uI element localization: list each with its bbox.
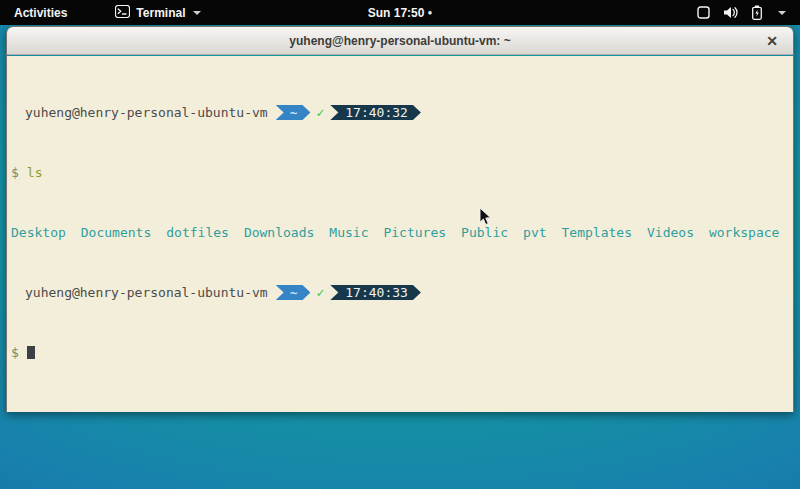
app-menu-label: Terminal <box>136 6 185 20</box>
directory-name: Videos <box>647 225 694 240</box>
directory-name: Public <box>461 225 508 240</box>
terminal-content[interactable]: yuheng@henry-personal-ubuntu-vm ~ ✓ 17:4… <box>7 56 793 412</box>
current-input-line[interactable]: $ <box>9 345 791 360</box>
system-tray[interactable] <box>691 0 792 25</box>
top-bar: Activities Terminal Sun 17:50 ● <box>0 0 800 25</box>
prompt-timestamp: 17:40:32 <box>330 105 421 120</box>
battery-charging-icon <box>751 5 763 20</box>
prompt-userhost: yuheng@henry-personal-ubuntu-vm <box>25 285 268 300</box>
prompt-symbol: $ <box>11 345 19 360</box>
command-line: $ ls <box>9 165 791 180</box>
screen-icon <box>697 6 710 19</box>
ls-output-line: Desktop Documents dotfiles Downloads Mus… <box>9 225 791 240</box>
app-menu-terminal[interactable]: Terminal <box>107 0 209 25</box>
directory-name: workspace <box>709 225 779 240</box>
prompt-userhost: yuheng@henry-personal-ubuntu-vm <box>25 105 268 120</box>
directory-name: Pictures <box>383 225 446 240</box>
notification-dot: ● <box>427 9 432 17</box>
terminal-icon <box>115 5 130 21</box>
prompt-path-segment: ~ <box>276 105 311 120</box>
prompt-symbol: $ <box>11 165 19 180</box>
window-title: yuheng@henry-personal-ubuntu-vm: ~ <box>289 34 510 48</box>
directory-name: Documents <box>81 225 151 240</box>
directory-name: Music <box>329 225 368 240</box>
directory-name: Templates <box>562 225 632 240</box>
text-cursor <box>27 346 35 359</box>
directory-name: Desktop <box>11 225 66 240</box>
directory-name: pvt <box>523 225 546 240</box>
desktop: Activities Terminal Sun 17:50 ● <box>0 0 800 489</box>
directory-name: Downloads <box>244 225 314 240</box>
prompt-path-segment: ~ <box>276 285 311 300</box>
prompt-timestamp: 17:40:33 <box>330 285 421 300</box>
volume-icon <box>723 6 738 19</box>
command-text: ls <box>27 165 43 180</box>
clock-label: Sun 17:50 <box>368 6 425 20</box>
chevron-down-icon <box>778 11 786 15</box>
activities-button[interactable]: Activities <box>0 0 81 25</box>
prompt-line: yuheng@henry-personal-ubuntu-vm ~ ✓ 17:4… <box>9 285 791 300</box>
prompt-status-check: ✓ <box>316 105 324 120</box>
clock-button[interactable]: Sun 17:50 ● <box>368 0 433 25</box>
window-titlebar[interactable]: yuheng@henry-personal-ubuntu-vm: ~ ✕ <box>7 27 793 55</box>
terminal-window: yuheng@henry-personal-ubuntu-vm: ~ ✕ yuh… <box>6 26 794 412</box>
prompt-line: yuheng@henry-personal-ubuntu-vm ~ ✓ 17:4… <box>9 105 791 120</box>
directory-name: dotfiles <box>166 225 229 240</box>
close-button[interactable]: ✕ <box>766 34 778 48</box>
chevron-down-icon <box>193 11 201 15</box>
prompt-status-check: ✓ <box>316 285 324 300</box>
